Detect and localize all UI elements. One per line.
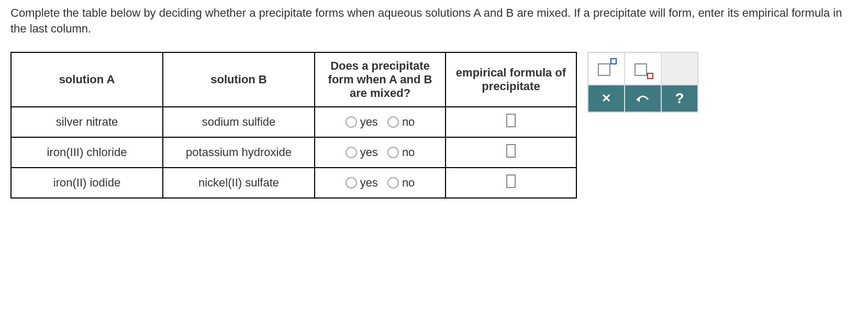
help-icon — [675, 90, 684, 107]
radio-no[interactable] — [387, 116, 399, 128]
toolbox — [587, 52, 698, 113]
formula-input[interactable] — [506, 174, 516, 188]
label-no: no — [402, 176, 415, 190]
label-yes: yes — [360, 176, 378, 190]
subscript-icon — [633, 59, 652, 78]
radio-no[interactable] — [387, 147, 399, 158]
undo-button[interactable] — [625, 85, 661, 112]
svg-marker-0 — [636, 97, 640, 102]
close-icon — [602, 92, 611, 105]
superscript-icon — [597, 59, 616, 78]
header-formula: empirical formula of precipitate — [446, 52, 576, 107]
undo-icon — [636, 94, 650, 103]
cell-solution-a: iron(II) iodide — [11, 168, 163, 198]
formula-input[interactable] — [506, 114, 516, 127]
cell-solution-a: silver nitrate — [11, 107, 163, 137]
clear-button[interactable] — [588, 85, 625, 112]
label-yes: yes — [360, 146, 378, 159]
subscript-button[interactable] — [625, 52, 661, 85]
label-no: no — [402, 146, 415, 159]
radio-no[interactable] — [387, 177, 399, 189]
header-solution-a: solution A — [11, 52, 163, 107]
label-no: no — [402, 115, 415, 129]
radio-yes[interactable] — [346, 177, 357, 189]
header-solution-b: solution B — [163, 52, 315, 107]
cell-solution-b: potassium hydroxide — [163, 137, 315, 168]
table-row: iron(II) iodide nickel(II) sulfate yes n… — [11, 168, 576, 198]
help-button[interactable] — [661, 85, 698, 112]
table-row: silver nitrate sodium sulfide yes no — [11, 107, 576, 137]
cell-solution-b: nickel(II) sulfate — [163, 168, 315, 198]
cell-solution-b: sodium sulfide — [163, 107, 315, 137]
radio-yes[interactable] — [346, 147, 357, 158]
table-row: iron(III) chloride potassium hydroxide y… — [11, 137, 576, 168]
label-yes: yes — [360, 115, 378, 129]
toolbox-spacer — [661, 52, 698, 85]
question-text: Complete the table below by deciding whe… — [10, 5, 858, 36]
data-table: solution A solution B Does a precipitate… — [10, 52, 577, 199]
formula-input[interactable] — [506, 144, 516, 158]
radio-yes[interactable] — [346, 116, 357, 128]
cell-solution-a: iron(III) chloride — [11, 137, 163, 168]
header-precipitate: Does a precipitate form when A and B are… — [315, 52, 446, 107]
superscript-button[interactable] — [588, 52, 625, 85]
